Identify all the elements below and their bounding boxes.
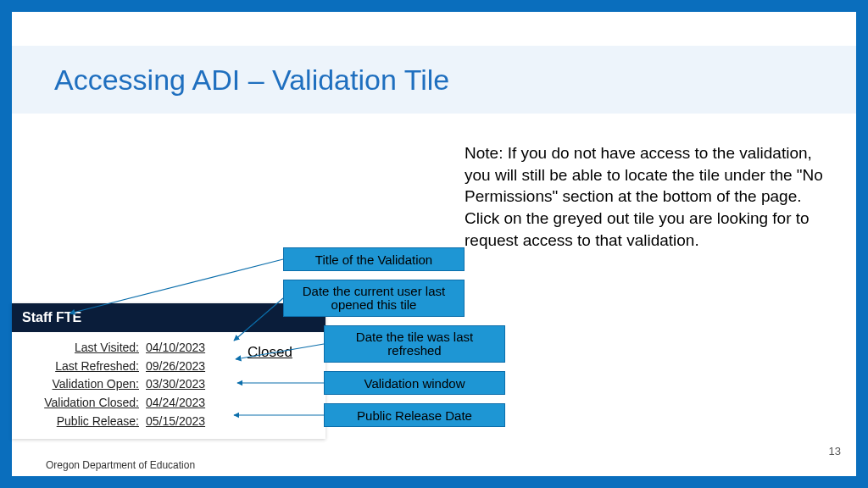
title-band: Accessing ADI – Validation Tile (12, 46, 856, 114)
tile-labels-column: Last Visited: Last Refreshed: Validation… (12, 339, 139, 430)
footer-text: Oregon Department of Education (46, 459, 195, 471)
page-number: 13 (829, 445, 841, 458)
callout-last-visited: Date the current user last opened this t… (283, 280, 465, 317)
value-validation-open: 03/30/2023 (146, 375, 231, 394)
slide-frame: Accessing ADI – Validation Tile Note: If… (0, 0, 868, 488)
value-last-visited: 04/10/2023 (146, 339, 231, 358)
label-validation-closed: Validation Closed: (12, 394, 139, 413)
label-validation-open: Validation Open: (12, 375, 139, 394)
value-last-refreshed: 09/26/2023 (146, 358, 231, 376)
slide-title: Accessing ADI – Validation Tile (54, 64, 449, 97)
tile-body: Last Visited: Last Refreshed: Validation… (12, 332, 326, 439)
label-public-release: Public Release: (12, 413, 139, 431)
note-paragraph: Note: If you do not have access to the v… (465, 142, 829, 251)
validation-tile[interactable]: Staff FTE Last Visited: Last Refreshed: … (12, 303, 326, 439)
callout-validation-window: Validation window (324, 371, 505, 395)
tile-values-column: 04/10/2023 09/26/2023 03/30/2023 04/24/2… (139, 339, 231, 430)
value-validation-closed: 04/24/2023 (146, 394, 231, 413)
value-public-release: 05/15/2023 (146, 413, 231, 431)
slide-body: Accessing ADI – Validation Tile Note: If… (12, 12, 856, 476)
tile-status: Closed (231, 339, 292, 430)
label-last-visited: Last Visited: (12, 339, 139, 358)
callout-public-release: Public Release Date (324, 403, 505, 427)
callout-title: Title of the Validation (283, 247, 465, 271)
tile-title: Staff FTE (12, 303, 326, 332)
label-last-refreshed: Last Refreshed: (12, 358, 139, 376)
callout-last-refreshed: Date the tile was last refreshed (324, 325, 505, 363)
